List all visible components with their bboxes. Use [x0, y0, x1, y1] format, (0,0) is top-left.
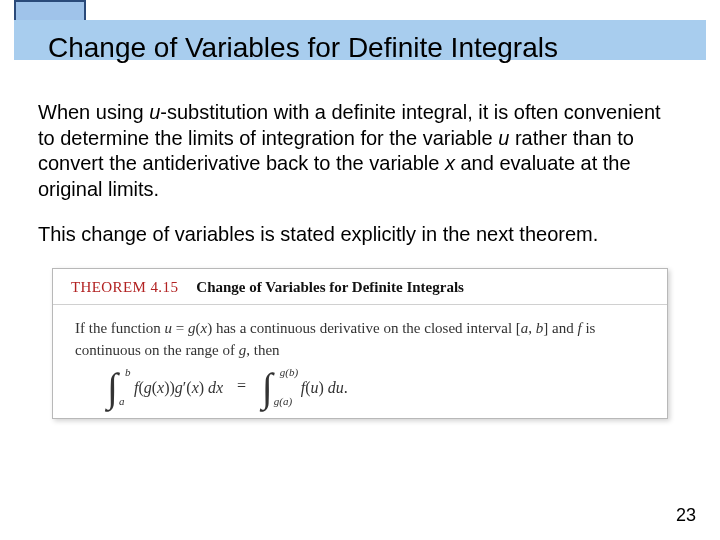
g: g [144, 379, 152, 396]
text: When using [38, 101, 149, 123]
integral-left: ∫ b a f(g(x))g′(x) dx [105, 372, 223, 404]
dx: dx [208, 379, 223, 396]
theorem-body: If the function u = g(x) has a continuou… [53, 305, 667, 404]
theorem-tag: THEOREM 4.15 [71, 279, 178, 296]
period: . [344, 379, 348, 396]
p: )) [164, 379, 175, 396]
x: x [192, 379, 199, 396]
g: g [175, 379, 183, 396]
text: , then [246, 342, 279, 358]
upper-limit: b [125, 368, 131, 377]
text: , [528, 320, 536, 336]
p: ) [199, 379, 208, 396]
equals-sign: = [227, 377, 256, 394]
text: = [172, 320, 188, 336]
integral-sign-icon: ∫ b a [105, 372, 120, 404]
page-number: 23 [676, 505, 696, 526]
theorem-header: THEOREM 4.15 Change of Variables for Def… [53, 269, 667, 305]
text: ] and [543, 320, 577, 336]
var-u: u [165, 320, 173, 336]
paragraph-1: When using u-substitution with a definit… [38, 100, 682, 202]
lower-limit: g(a) [274, 397, 292, 406]
du: du [328, 379, 344, 396]
theorem-title: Change of Variables for Definite Integra… [196, 279, 464, 296]
theorem-equation: ∫ b a f(g(x))g′(x) dx = ∫ g(b) g(a) f [75, 362, 645, 404]
upper-limit: g(b) [280, 368, 298, 377]
integrand: f(g(x))g′(x) dx [120, 376, 223, 400]
var-x: x [445, 152, 455, 174]
text: ) has a continuous derivative on the clo… [207, 320, 521, 336]
lower-limit: a [119, 397, 125, 406]
title-region: Change of Variables for Definite Integra… [0, 0, 720, 72]
var-u: u [498, 127, 509, 149]
text: If the function [75, 320, 165, 336]
integral-sign-icon: ∫ g(b) g(a) [260, 372, 275, 404]
var-g: g [188, 320, 196, 336]
p: ) [319, 379, 328, 396]
paragraph-2: This change of variables is stated expli… [38, 222, 682, 248]
var-u: u [149, 101, 160, 123]
prime: ′( [183, 379, 192, 396]
u: u [311, 379, 319, 396]
slide-body: When using u-substitution with a definit… [0, 72, 720, 419]
theorem-box: THEOREM 4.15 Change of Variables for Def… [52, 268, 668, 419]
integral-right: ∫ g(b) g(a) f(u) du. [260, 372, 348, 404]
slide-title: Change of Variables for Definite Integra… [0, 10, 720, 72]
